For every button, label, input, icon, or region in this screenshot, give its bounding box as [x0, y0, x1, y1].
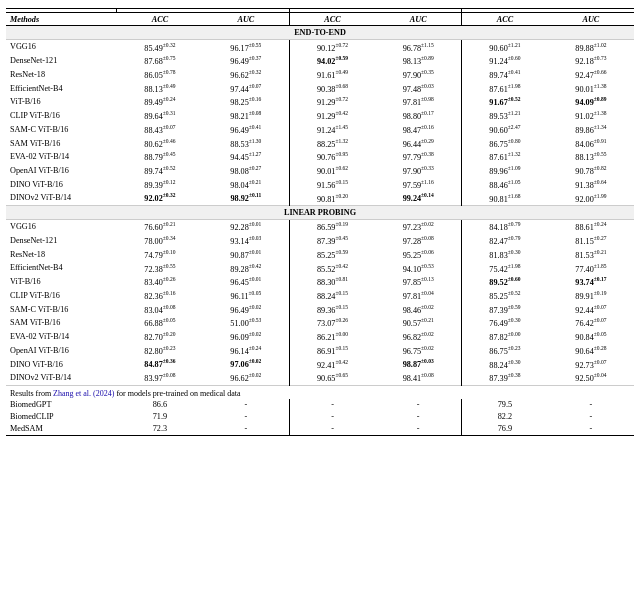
section-label: END-TO-END: [6, 26, 634, 40]
table-cell: 97.79±0.38: [375, 150, 461, 164]
table-cell: 86.75±0.80: [462, 136, 548, 150]
table-cell: 86.75±0.23: [462, 343, 548, 357]
method-name: OpenAI ViT-B/16: [6, 343, 117, 357]
table-cell: 88.24±0.30: [462, 357, 548, 371]
table-cell: 90.84±0.05: [548, 330, 634, 344]
table-cell: 76.42±0.07: [548, 316, 634, 330]
medical-model-row: MedSAM 72.3 - - - 76.9 -: [6, 423, 634, 436]
table-cell: -: [548, 411, 634, 423]
table-cell: 94.02±0.59: [289, 54, 375, 68]
table-cell: 85.52±0.42: [289, 261, 375, 275]
results-table: Methods ACC AUC ACC AUC ACC AUC END-TO-E…: [6, 8, 634, 436]
table-cell: 96.49±0.37: [203, 54, 289, 68]
table-cell: 98.46±0.02: [375, 302, 461, 316]
table-cell: 78.00±0.34: [117, 234, 203, 248]
method-name: DenseNet-121: [6, 54, 117, 68]
table-cell: 82.70±0.20: [117, 330, 203, 344]
table-cell: 88.46±1.05: [462, 177, 548, 191]
table-cell: 92.50±0.04: [548, 371, 634, 385]
method-name: DINOv2 ViT-B/14: [6, 371, 117, 385]
method-name: DenseNet-121: [6, 234, 117, 248]
method-name: BiomedGPT: [6, 399, 117, 411]
table-cell: 85.25±0.59: [289, 247, 375, 261]
table-cell: 92.44±0.07: [548, 302, 634, 316]
table-cell: 87.61±1.98: [462, 81, 548, 95]
table-cell: 98.13±0.89: [375, 54, 461, 68]
table-cell: 90.01±1.38: [548, 81, 634, 95]
method-name: ViT-B/16: [6, 275, 117, 289]
table-row: ViT-B/16 83.40±0.2696.45±0.0188.30±0.819…: [6, 275, 634, 289]
table-cell: 94.45±1.27: [203, 150, 289, 164]
table-cell: 97.90±0.35: [375, 67, 461, 81]
table-cell: 72.38±0.55: [117, 261, 203, 275]
table-cell: 88.43±0.07: [117, 122, 203, 136]
table-cell: 96.17±0.55: [203, 40, 289, 54]
table-cell: 90.12±0.72: [289, 40, 375, 54]
table-cell: 94.10±0.53: [375, 261, 461, 275]
table-cell: 86.59±0.19: [289, 219, 375, 233]
table-cell: 99.24±0.14: [375, 191, 461, 205]
table-row: EVA-02 ViT-B/14 88.79±0.4594.45±1.2790.7…: [6, 150, 634, 164]
table-row: OpenAI ViT-B/16 82.80±0.2396.14±0.2486.9…: [6, 343, 634, 357]
table-cell: 90.65±0.65: [289, 371, 375, 385]
table-cell: 77.40±1.85: [548, 261, 634, 275]
table-cell: 91.61±0.49: [289, 67, 375, 81]
medical-model-row: BiomedGPT 86.6 - - - 79.5 -: [6, 399, 634, 411]
table-cell: 81.15±0.27: [548, 234, 634, 248]
method-name: SAM-C ViT-B/16: [6, 122, 117, 136]
table-cell: 66.88±0.05: [117, 316, 203, 330]
table-cell: 81.83±0.30: [462, 247, 548, 261]
derm-auc-header: AUC: [203, 13, 289, 26]
table-cell: 89.53±1.21: [462, 109, 548, 123]
table-row: DINOv2 ViT-B/14 83.97±0.0896.62±0.0290.6…: [6, 371, 634, 385]
method-name: MedSAM: [6, 423, 117, 436]
table-cell: 79.5: [462, 399, 548, 411]
table-cell: 91.38±0.64: [548, 177, 634, 191]
citation-link: Zhang et al. (2024): [53, 389, 114, 398]
table-row: ResNet-18 86.05±0.7896.62±0.3291.61±0.49…: [6, 67, 634, 81]
method-name: ViT-B/16: [6, 95, 117, 109]
table-cell: 87.61±1.32: [462, 150, 548, 164]
table-cell: 89.49±0.24: [117, 95, 203, 109]
method-name: CLIP ViT-B/16: [6, 288, 117, 302]
derm-acc-header: ACC: [117, 13, 203, 26]
table-cell: 85.49±0.32: [117, 40, 203, 54]
table-cell: 83.40±0.26: [117, 275, 203, 289]
table-cell: 89.88±1.02: [548, 40, 634, 54]
table-row: DINO ViT-B/16 89.39±0.1298.04±0.2191.56±…: [6, 177, 634, 191]
table-cell: 89.96±1.09: [462, 164, 548, 178]
table-cell: 89.39±0.12: [117, 177, 203, 191]
table-row: SAM ViT-B/16 80.62±0.4688.53±1.3088.25±1…: [6, 136, 634, 150]
table-row: CLIP ViT-B/16 82.36±0.1696.11±0.0588.24±…: [6, 288, 634, 302]
table-cell: 88.61±0.24: [548, 219, 634, 233]
table-cell: 72.3: [117, 423, 203, 436]
table-cell: -: [203, 411, 289, 423]
table-cell: 96.82±0.02: [375, 330, 461, 344]
table-cell: 90.76±0.95: [289, 150, 375, 164]
table-cell: 95.25±0.06: [375, 247, 461, 261]
table-cell: 89.36±0.15: [289, 302, 375, 316]
table-cell: 97.28±0.08: [375, 234, 461, 248]
table-cell: 89.86±1.34: [548, 122, 634, 136]
table-cell: 98.41±0.08: [375, 371, 461, 385]
method-name: DINOv2 ViT-B/14: [6, 191, 117, 205]
table-cell: 89.64±0.31: [117, 109, 203, 123]
pneu-auc-header: AUC: [375, 13, 461, 26]
table-cell: 91.29±0.42: [289, 109, 375, 123]
table-cell: 87.39±0.38: [462, 371, 548, 385]
table-cell: 90.81±0.20: [289, 191, 375, 205]
table-cell: 83.97±0.08: [117, 371, 203, 385]
table-cell: 88.13±0.49: [117, 81, 203, 95]
method-name: OpenAI ViT-B/16: [6, 164, 117, 178]
table-row: EVA-02 ViT-B/14 82.70±0.2096.09±0.0286.2…: [6, 330, 634, 344]
table-cell: 97.90±0.33: [375, 164, 461, 178]
table-cell: 91.02±1.38: [548, 109, 634, 123]
method-name: DINO ViT-B/16: [6, 177, 117, 191]
table-cell: 51.00±0.53: [203, 316, 289, 330]
table-cell: 84.87±0.36: [117, 357, 203, 371]
table-cell: 89.74±0.52: [117, 164, 203, 178]
table-cell: 90.87±0.01: [203, 247, 289, 261]
table-cell: 97.85±0.13: [375, 275, 461, 289]
table-cell: 90.81±1.68: [462, 191, 548, 205]
method-name: VGG16: [6, 40, 117, 54]
